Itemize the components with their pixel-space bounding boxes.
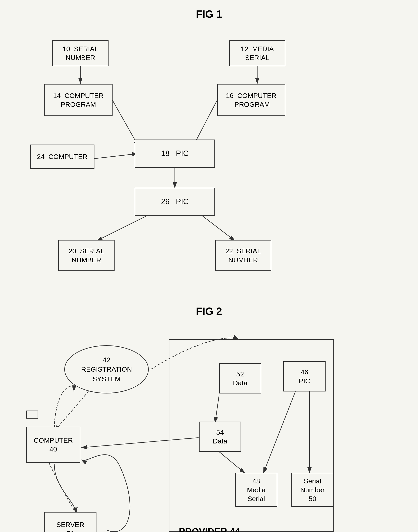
box-serial22: 22 SERIALNUMBER	[215, 240, 271, 271]
fig1-container: 10 SERIALNUMBER 12 MEDIASERIAL 14 COMPUT…	[18, 28, 400, 293]
computer40-top-box	[26, 410, 38, 419]
box-pic46: 46PIC	[283, 361, 325, 391]
box-pic26: 26 PIC	[135, 188, 215, 216]
fig1-title: FIG 1	[8, 8, 410, 20]
box-serial20: 20 SERIALNUMBER	[58, 240, 115, 271]
box-data54: 54Data	[199, 421, 241, 452]
svg-line-6	[94, 154, 138, 159]
box-mediaSerial48: 48MediaSerial	[235, 473, 277, 507]
box-server51: SERVER51	[44, 512, 96, 532]
fig2-title: FIG 2	[8, 305, 410, 317]
box-serial10: 10 SERIALNUMBER	[52, 40, 108, 66]
svg-line-12	[54, 391, 88, 431]
provider44-label: PROVIDER 44	[179, 526, 240, 532]
svg-line-8	[96, 215, 149, 241]
box-computer40: COMPUTER40	[26, 427, 80, 463]
box-prog14: 14 COMPUTERPROGRAM	[44, 84, 113, 116]
box-computer24: 24 COMPUTER	[30, 144, 94, 169]
ellipse-regsystem: 42REGISTRATIONSYSTEM	[64, 345, 149, 393]
svg-line-9	[201, 215, 235, 241]
box-serialNum50: SerialNumber50	[291, 473, 334, 507]
box-pic18: 18 PIC	[135, 140, 215, 168]
box-data52: 52Data	[219, 363, 261, 393]
box-prog16: 16 COMPUTER PROGRAM	[217, 84, 285, 116]
box-media12: 12 MEDIASERIAL	[229, 40, 285, 66]
fig2-container: 42REGISTRATIONSYSTEM COMPUTER40 SERVER51…	[18, 323, 400, 532]
page: FIG 1	[0, 0, 418, 532]
